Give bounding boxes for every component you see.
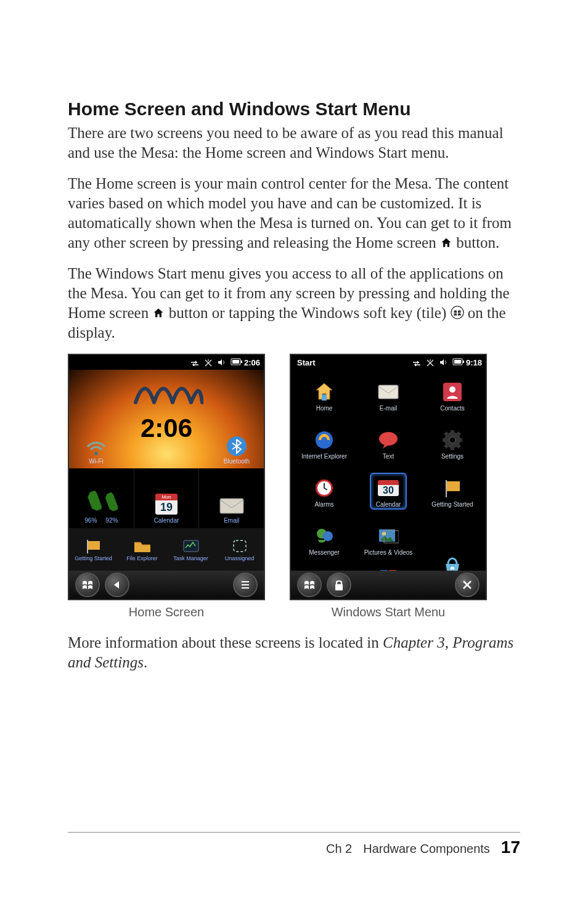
svg-rect-9 <box>234 540 246 552</box>
svg-point-4 <box>94 452 98 455</box>
followup-a: More information about these screens is … <box>68 634 383 651</box>
page-footer: Ch 2 Hardware Components 17 <box>326 838 520 857</box>
envelope-icon <box>219 496 245 515</box>
tile-settings[interactable]: Settings <box>420 420 484 468</box>
tile-label: Text <box>383 453 394 460</box>
contacts-icon <box>441 381 463 403</box>
home-icon <box>313 381 335 403</box>
bluetooth-label: Bluetooth <box>224 458 250 465</box>
clock-icon <box>313 477 335 499</box>
unassigned-icon <box>232 539 248 553</box>
tile-alarms[interactable]: Alarms <box>292 468 356 516</box>
windows-softkey[interactable] <box>75 573 100 597</box>
tile-label: Getting Started <box>431 501 473 508</box>
lock-softkey[interactable] <box>327 573 351 597</box>
home-caption: Home Screen <box>129 605 204 619</box>
close-softkey[interactable] <box>455 573 480 597</box>
tile-label: Home <box>316 405 333 412</box>
calendar-tile[interactable]: Mon 19 Calendar <box>134 468 199 528</box>
status-bar: 2:06 <box>69 355 264 370</box>
signal-icon <box>425 358 435 367</box>
intro-paragraph: There are two screens you need to be awa… <box>68 123 520 163</box>
svg-rect-14 <box>378 385 398 399</box>
tile-text[interactable]: Text <box>356 420 420 468</box>
tile-home[interactable]: Home <box>292 372 356 420</box>
shortcut-c-label: Task Manager <box>173 555 208 561</box>
svg-rect-7 <box>88 541 100 550</box>
start-menu-figure: Start 9:18 Home E-ma <box>290 354 487 600</box>
task-manager-icon <box>182 539 200 553</box>
svg-point-26 <box>323 531 333 541</box>
bluetooth-icon[interactable] <box>226 436 247 457</box>
svg-rect-2 <box>232 360 239 364</box>
volume-icon <box>217 358 227 367</box>
gear-icon <box>441 429 463 451</box>
email-label: Email <box>224 517 239 524</box>
svg-point-16 <box>449 386 455 393</box>
folder-icon <box>133 539 152 553</box>
getting-started-tile[interactable]: Getting Started <box>69 528 118 572</box>
shortcut-b-label: File Explorer <box>126 555 158 561</box>
task-manager-tile[interactable]: Task Manager <box>166 528 215 572</box>
email-tile[interactable]: Email <box>199 468 264 528</box>
soft-key-bar <box>291 571 486 599</box>
home-icon <box>152 307 165 319</box>
signal-icon <box>203 358 213 367</box>
battery-tile[interactable]: 96% 92% <box>69 468 134 528</box>
tile-ie[interactable]: Internet Explorer <box>292 420 356 468</box>
page-heading: Home Screen and Windows Start Menu <box>68 99 520 120</box>
home-icon <box>440 237 452 249</box>
menu-softkey[interactable] <box>233 573 258 597</box>
windows-tile-icon <box>451 306 464 319</box>
shortcut-a-label: Getting Started <box>75 555 112 561</box>
tile-label: E-mail <box>380 405 397 412</box>
battery-1-pct: 96% <box>84 517 97 524</box>
unassigned-tile[interactable]: Unassigned <box>215 528 264 572</box>
envelope-icon <box>377 381 399 403</box>
start-title: Start <box>295 358 316 367</box>
start-desc-paragraph: The Windows Start menu gives you access … <box>68 264 520 343</box>
windows-softkey[interactable] <box>297 573 322 597</box>
flag-icon <box>441 477 463 499</box>
tile-label: Alarms <box>314 501 333 508</box>
tile-contacts[interactable]: Contacts <box>420 372 484 420</box>
pictures-icon <box>377 525 399 547</box>
tile-getting-started[interactable]: Getting Started <box>420 468 484 516</box>
home-desc-paragraph: The Home screen is your main control cen… <box>68 174 520 253</box>
battery-2-pct: 92% <box>105 517 118 524</box>
svg-point-18 <box>321 437 327 443</box>
sync-icon <box>190 358 200 367</box>
start-caption: Windows Start Menu <box>332 605 446 619</box>
back-softkey[interactable] <box>105 573 129 597</box>
soft-key-bar <box>69 571 264 599</box>
page-number: 17 <box>501 838 520 857</box>
logo-graphic <box>129 375 203 409</box>
svg-rect-3 <box>241 361 242 363</box>
svg-rect-6 <box>220 499 243 513</box>
footer-rule <box>68 832 520 833</box>
tile-label: Settings <box>441 453 463 460</box>
svg-rect-12 <box>463 361 464 363</box>
sync-icon <box>412 358 422 367</box>
file-explorer-tile[interactable]: File Explorer <box>118 528 166 572</box>
shortcut-d-label: Unassigned <box>225 555 255 561</box>
footer-title: Hardware Components <box>363 842 490 856</box>
status-bar: Start 9:18 <box>291 355 486 370</box>
battery-icon <box>452 358 462 367</box>
tile-calendar[interactable]: 30 Calendar <box>356 468 420 516</box>
followup-c: . <box>144 654 147 671</box>
calendar-day: 19 <box>155 500 178 515</box>
status-time: 9:18 <box>466 358 482 367</box>
svg-point-21 <box>449 437 455 443</box>
svg-rect-11 <box>454 360 461 364</box>
flag-icon <box>85 539 102 553</box>
start-desc-text-b: button or tapping the Windows soft key (… <box>169 304 451 321</box>
tile-label: Contacts <box>440 405 464 412</box>
wifi-label: Wi-Fi <box>89 458 103 465</box>
svg-rect-13 <box>322 394 327 401</box>
text-icon <box>377 429 399 451</box>
home-screen-figure: 2:06 2:06 Wi-Fi Bluetooth <box>68 354 265 600</box>
tile-email[interactable]: E-mail <box>356 372 420 420</box>
calendar-label: Calendar <box>154 517 179 524</box>
wifi-icon[interactable] <box>85 439 107 457</box>
